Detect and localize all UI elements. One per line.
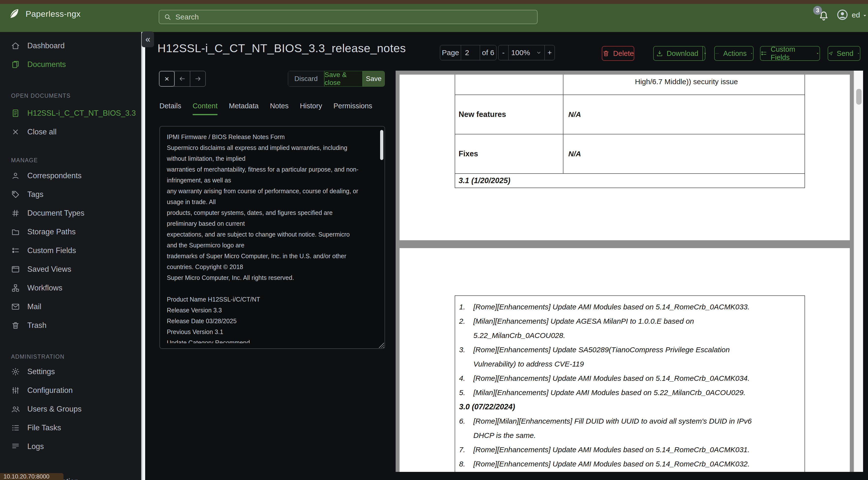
search-input[interactable]: [175, 12, 520, 22]
user-menu[interactable]: ed: [852, 11, 860, 19]
sidebar-section: ADMINISTRATION Settings Configuration: [0, 353, 142, 456]
pdf-preview-pane[interactable]: High/6.7 Middle)) security issue New fea…: [396, 71, 854, 472]
table-row: 3.1 (1/20/2025): [455, 174, 805, 187]
lines-icon: [11, 442, 20, 451]
tab[interactable]: Permissions: [333, 102, 372, 115]
list-item-text: [Rome][Enhancements] Update SA50289(Tian…: [455, 343, 805, 371]
list-item: 3.0 (07/22/2024): [455, 400, 805, 414]
zoom-control: - 100% +: [498, 45, 555, 60]
sliders-icon: [11, 386, 20, 395]
trash-icon: [602, 50, 610, 57]
sidebar-item[interactable]: Close all: [0, 123, 142, 141]
preview-scrollbar-thumb[interactable]: [856, 89, 862, 104]
list-item-text: [Milan][Enhancements] Update AGESA Milan…: [455, 314, 805, 343]
list-item-text: [Rome][Milan][Enhancements] For UsbBus-e…: [455, 471, 805, 472]
save-button[interactable]: Save: [363, 71, 385, 87]
tab[interactable]: Content: [193, 102, 218, 115]
document-nav-group: ×: [159, 71, 206, 87]
table-cell: High/6.7 Middle)) security issue: [563, 74, 805, 94]
close-document-button[interactable]: ×: [159, 71, 175, 86]
list-item-text: [Rome][Enhancements] Update AMI Modules …: [455, 443, 805, 457]
page-label: Page: [440, 45, 461, 60]
zoom-in-button[interactable]: +: [545, 45, 555, 60]
pdf-page-1: High/6.7 Middle)) security issue New fea…: [400, 74, 850, 240]
list-item-text: [Rome][Enhancements] Update AMI Modules …: [455, 371, 805, 386]
sidebar-item[interactable]: Storage Paths: [0, 222, 142, 241]
sidebar-item[interactable]: H12SSL-i_C_CT_NT_BIOS_3.3_rel...: [0, 104, 142, 123]
download-button-group: Download: [653, 46, 705, 61]
sidebar-item[interactable]: Correspondents: [0, 167, 142, 185]
download-icon: [656, 50, 663, 57]
download-button[interactable]: Download: [651, 47, 703, 60]
content-editor[interactable]: IPMI Firmware / BIOS Release Notes Form …: [159, 126, 385, 349]
brand[interactable]: Paperless-ngx: [7, 7, 81, 20]
sidebar-section-header: MANAGE: [11, 156, 142, 164]
sidebar-item[interactable]: Settings: [0, 362, 142, 381]
person-icon: [11, 171, 20, 180]
files-icon: [11, 60, 20, 69]
user-caret-icon[interactable]: [862, 13, 868, 18]
pdf-page-2: 1. [Rome][Enhancements] Update AMI Modul…: [400, 248, 850, 472]
list-item-number: 7.: [459, 443, 465, 457]
sidebar-item[interactable]: Mail: [0, 297, 142, 316]
sidebar-item[interactable]: File Tasks: [0, 418, 142, 437]
previous-document-button[interactable]: [175, 71, 190, 86]
sidebar-item[interactable]: Tags: [0, 185, 142, 204]
sidebar-item[interactable]: Saved Views: [0, 260, 142, 279]
caret-down-icon: [857, 51, 860, 56]
search-icon: [164, 13, 172, 21]
window-top-strip: [0, 0, 868, 4]
send-button[interactable]: Send: [828, 46, 860, 61]
page-title: H12SSL-i_C_CT_NT_BIOS_3.3_release_notes: [157, 41, 406, 55]
sidebar-item[interactable]: Dashboard: [0, 36, 142, 55]
search-box[interactable]: [159, 10, 537, 24]
sidebar-item[interactable]: Configuration: [0, 381, 142, 400]
next-document-button[interactable]: [190, 71, 206, 86]
sidebar-item[interactable]: Custom Fields: [0, 241, 142, 260]
save-button-group: Discard Save & close Save: [288, 71, 385, 87]
list-item: 2. [Milan][Enhancements] Update AGESA Mi…: [455, 314, 805, 343]
editor-resize-handle[interactable]: [379, 342, 384, 348]
tab[interactable]: Details: [159, 102, 181, 115]
document-tabs: Details Content Metadata Notes History P…: [159, 102, 372, 115]
brand-label: Paperless-ngx: [26, 9, 81, 19]
feather-logo-icon: [7, 7, 20, 20]
avatar[interactable]: [836, 8, 849, 21]
table-row: High/6.7 Middle)) security issue: [455, 74, 805, 95]
tab[interactable]: History: [300, 102, 322, 115]
editor-scrollbar[interactable]: [380, 130, 383, 160]
link-status-tooltip: 10.10.20.70:8000: [0, 473, 63, 480]
list-item-number: 9.: [459, 471, 465, 472]
sidebar-section: Dashboard Documents: [0, 32, 142, 74]
page-number-input[interactable]: [461, 48, 480, 57]
content-text[interactable]: IPMI Firmware / BIOS Release Notes Form …: [167, 131, 371, 343]
envelope-icon: [11, 302, 20, 311]
folder-icon: [11, 228, 20, 236]
sidebar-item[interactable]: Users & Groups: [0, 400, 142, 418]
zoom-out-button[interactable]: -: [498, 45, 508, 60]
list-item: 3. [Rome][Enhancements] Update SA50289(T…: [455, 343, 805, 371]
sidebar-item[interactable]: Trash: [0, 316, 142, 335]
sidebar-item[interactable]: Documents: [0, 55, 142, 74]
download-dropdown-button[interactable]: [703, 47, 707, 60]
collapse-sidebar-button[interactable]: «: [142, 31, 154, 47]
gear-icon: [11, 367, 20, 376]
boxes-icon: [11, 283, 20, 293]
preview-scrollbar[interactable]: [854, 71, 863, 472]
discard-button[interactable]: Discard: [288, 71, 324, 87]
actions-button[interactable]: Actions: [714, 46, 753, 61]
x-icon: [11, 127, 20, 137]
sidebar-item[interactable]: Workflows: [0, 279, 142, 297]
zoom-level-select[interactable]: 100%: [508, 45, 545, 60]
tab[interactable]: Metadata: [229, 102, 258, 115]
save-and-close-button[interactable]: Save & close: [324, 71, 363, 87]
sidebar-item[interactable]: Document Types: [0, 204, 142, 222]
tab[interactable]: Notes: [270, 102, 288, 115]
fields-icon: [11, 246, 20, 255]
list-item-text: [Rome][Enhancements] Update AMI Modules …: [455, 457, 805, 471]
sidebar-scrollbar[interactable]: [141, 32, 145, 480]
custom-fields-button[interactable]: Custom Fields: [760, 46, 820, 61]
sidebar-item[interactable]: Logs: [0, 437, 142, 456]
table-row: New features N/A: [455, 95, 805, 134]
delete-button[interactable]: Delete: [602, 46, 634, 61]
